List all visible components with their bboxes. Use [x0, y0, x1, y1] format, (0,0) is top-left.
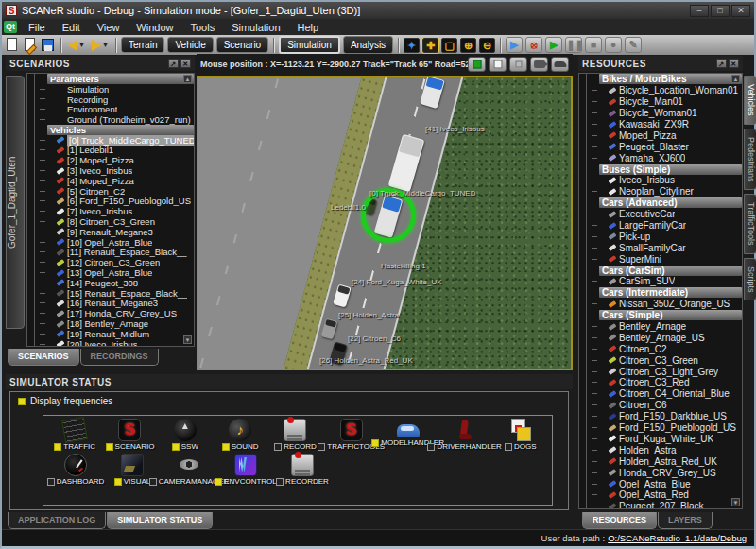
- save-button[interactable]: [41, 38, 56, 53]
- module-checkbox[interactable]: [106, 443, 113, 451]
- module-checkbox[interactable]: [54, 443, 61, 451]
- back-button[interactable]: ▼: [66, 39, 87, 52]
- vehicle-view-button[interactable]: [551, 57, 569, 72]
- module-checkbox[interactable]: [114, 478, 122, 486]
- scroll-down-button[interactable]: ▼: [731, 498, 740, 506]
- module-checkbox[interactable]: [505, 443, 512, 451]
- close-button[interactable]: ✕: [731, 5, 750, 17]
- tree-row[interactable]: Bikes / MotorBikes: [579, 74, 742, 85]
- tab[interactable]: SCENARIOS: [8, 349, 79, 366]
- tree-row[interactable]: ExecutiveCar: [579, 209, 742, 220]
- tree-row[interactable]: Citroen_C3_Red: [579, 377, 742, 388]
- tree-row[interactable]: [20] Iveco_Irisbus: [27, 339, 194, 347]
- scroll-up-button[interactable]: ▲: [183, 75, 192, 83]
- tree-row[interactable]: Vehicles: [27, 125, 194, 135]
- resource-category-tab[interactable]: Scripts: [744, 258, 756, 301]
- mode-button[interactable]: Simulation: [279, 36, 340, 54]
- step-button[interactable]: ▶: [506, 37, 523, 53]
- tree-row[interactable]: Simulation: [27, 84, 194, 94]
- tree-row[interactable]: Environment: [27, 104, 194, 114]
- menu-item[interactable]: View: [90, 20, 128, 35]
- user-data-path-value[interactable]: O:/SCANeRstudio_1.1/data/Debug: [608, 533, 747, 543]
- tree-row[interactable]: [13] Opel_Astra_Blue: [27, 267, 194, 278]
- tree-row[interactable]: Citroen_C6: [579, 400, 742, 411]
- module-checkbox[interactable]: [427, 443, 435, 451]
- tree-row[interactable]: Nissan_350Z_Orange_US: [579, 299, 742, 310]
- zoom-in-button[interactable]: ⊕: [460, 38, 476, 53]
- tree-row[interactable]: [14] Peugeot_308: [27, 278, 194, 288]
- tree-row[interactable]: Cars (Advanced): [579, 197, 742, 209]
- tree-row[interactable]: [9] Renault_Megane3: [27, 227, 194, 237]
- tree-row[interactable]: Holden_Astra: [579, 444, 742, 455]
- resource-category-tab[interactable]: Vehicles: [744, 76, 756, 125]
- pause-button[interactable]: ❚❚: [565, 37, 582, 53]
- tree-row[interactable]: [2] Moped_Pizza: [27, 155, 194, 165]
- close-panel-button[interactable]: ✕: [729, 59, 739, 68]
- menu-item[interactable]: Edit: [55, 20, 88, 35]
- tree-row[interactable]: Ford_F150_Pueblogold_US: [579, 422, 742, 434]
- menu-item[interactable]: Help: [290, 20, 327, 35]
- tree-row[interactable]: [5] Citroen_C2: [27, 186, 194, 197]
- maximize-button[interactable]: □: [711, 5, 730, 17]
- tab[interactable]: RESOURCES: [582, 512, 657, 529]
- tree-row[interactable]: [15] Renault_Espace_Black__: [27, 288, 194, 299]
- pan-button[interactable]: ✚: [422, 38, 438, 53]
- tree-row[interactable]: Citroen_C3_Green: [579, 354, 742, 366]
- undock-button[interactable]: ↗: [716, 59, 727, 68]
- tree-row[interactable]: Recording: [27, 94, 194, 105]
- tree-row[interactable]: Ground (Trondheim_v027_run): [27, 114, 194, 125]
- tree-row[interactable]: [10] Opel_Astra_Blue: [27, 237, 194, 248]
- undock-button[interactable]: ↗: [168, 59, 179, 68]
- mode-button[interactable]: Analysis: [343, 36, 393, 54]
- menu-item[interactable]: Simulation: [224, 20, 287, 35]
- tree-row[interactable]: Iveco_Irisbus: [579, 175, 742, 186]
- resource-category-tab[interactable]: Pedestrians: [744, 129, 756, 191]
- minimize-button[interactable]: –: [690, 5, 709, 17]
- tree-row[interactable]: [4] Moped_Pizza: [27, 176, 194, 186]
- tree-row[interactable]: Opel_Astra_Red: [579, 489, 742, 501]
- tab[interactable]: APPLICATION LOG: [8, 512, 106, 529]
- tree-row[interactable]: [8] Citroen_C3_Green: [27, 216, 194, 227]
- module-checkbox[interactable]: [149, 478, 157, 486]
- scroll-up-button[interactable]: ▲: [731, 75, 740, 83]
- tree-row[interactable]: [0] Truck_MiddleCargo_TUNED: [27, 135, 194, 146]
- tree-row[interactable]: [12] Citroen_C3_Green: [27, 257, 194, 267]
- tree-row[interactable]: [7] Iveco_Irisbus: [27, 206, 194, 216]
- title-bar[interactable]: S SCANeR studio - Debug - Simulation mod…: [2, 2, 754, 19]
- zoom-out-button[interactable]: ⊖: [479, 38, 495, 53]
- tree-row[interactable]: Citroen_C2: [579, 343, 742, 354]
- tree-row[interactable]: Cars (CarSim): [579, 265, 742, 276]
- 3d-viewport[interactable]: [41] Iveco_Irisbus[0] Truck_MiddleCargo_…: [197, 76, 573, 370]
- module-checkbox[interactable]: [274, 443, 282, 451]
- tree-row[interactable]: Parameters: [27, 74, 194, 84]
- tree-row[interactable]: Citroen_C3_Light_Grey: [579, 366, 742, 377]
- marker-white-button[interactable]: [489, 57, 507, 72]
- zoom-window-button[interactable]: ▢: [441, 38, 457, 53]
- scenario-file-tab[interactable]: Gofer_1_Dagtid_Uten: [6, 76, 25, 329]
- tree-row[interactable]: Peugeot_207_Black: [579, 501, 742, 509]
- record-button[interactable]: ●: [605, 37, 622, 53]
- tree-row[interactable]: Honda_CRV_Grey_US: [579, 467, 742, 478]
- tree-row[interactable]: LargeFamilyCar: [579, 220, 742, 232]
- tree-row[interactable]: Cars (Intermediate): [579, 287, 742, 299]
- tree-row[interactable]: Peugeot_Blaster: [579, 141, 742, 152]
- tree-row[interactable]: Buses (Simple): [579, 163, 742, 175]
- stop-button[interactable]: ■: [585, 37, 602, 53]
- tree-row[interactable]: SmallFamilyCar: [579, 242, 742, 253]
- module-checkbox[interactable]: [215, 478, 222, 486]
- tree-row[interactable]: Bicycle_Man01: [579, 96, 742, 108]
- module-checkbox[interactable]: [172, 443, 180, 451]
- tree-row[interactable]: CarSim_SUV: [579, 276, 742, 287]
- module-checkbox[interactable]: [318, 443, 325, 451]
- scroll-down-button[interactable]: ▼: [183, 335, 192, 344]
- display-frequencies-checkbox[interactable]: [18, 398, 26, 405]
- tree-row[interactable]: Kawasaki_ZX9R: [579, 119, 742, 130]
- tree-row[interactable]: [1] Ledebil1: [27, 146, 194, 156]
- tree-row[interactable]: [6] Ford_F150_Pueblogold_US: [27, 197, 194, 207]
- tree-row[interactable]: [19] Renault_Midlum: [27, 329, 194, 339]
- kill-button[interactable]: ⦻: [525, 37, 542, 53]
- tab[interactable]: SIMULATOR STATUS: [107, 512, 213, 529]
- tree-row[interactable]: Cars (Simple): [579, 310, 742, 321]
- tree-row[interactable]: Citroen_C4_Oriental_Blue: [579, 388, 742, 400]
- close-panel-button[interactable]: ✕: [180, 59, 191, 68]
